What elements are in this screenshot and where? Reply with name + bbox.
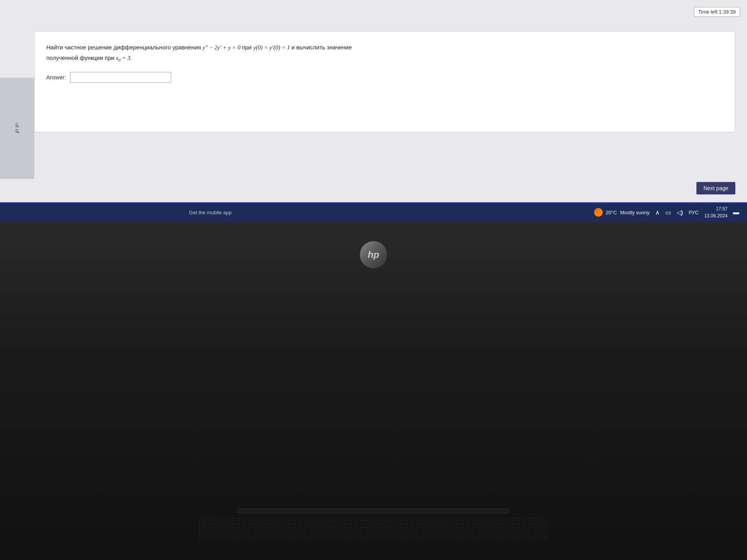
hp-logo-text: hp <box>368 249 379 260</box>
weather-icon <box>594 208 603 217</box>
answer-row: Answer: <box>46 72 723 83</box>
show-desktop-icon[interactable]: ▬ <box>733 209 739 216</box>
weather-temp: 20°C <box>606 210 617 215</box>
tray-screen-icon[interactable]: ▭ <box>665 209 671 216</box>
question-text: Найти частное решение дифференциального … <box>46 42 723 63</box>
taskbar: Get the mobile app 20°C Mostly sunny ∧ ▭… <box>0 202 747 222</box>
text-and: и вычислить значение <box>291 44 352 51</box>
weather-desc: Mostly sunny <box>620 210 650 215</box>
speaker-dots <box>198 517 549 541</box>
timer-display: Time left 1:39:39 <box>694 7 740 17</box>
out-of-text: ut of <box>14 123 20 133</box>
question-text-before: Найти частное решение дифференциального … <box>46 44 201 51</box>
question-container: Найти частное решение дифференциального … <box>34 31 735 132</box>
formula-initial: y(0) = y′(0) = 1 <box>253 44 291 51</box>
get-app-text: Get the mobile app <box>189 210 232 215</box>
hp-logo: hp <box>360 241 387 268</box>
tray-volume-icon[interactable]: ◁) <box>677 209 683 216</box>
answer-input[interactable] <box>70 72 171 83</box>
timer-text: Time left 1:39:39 <box>698 9 736 15</box>
laptop-bezel: hp <box>0 222 747 560</box>
speaker-bar <box>237 509 510 513</box>
weather-info: 20°C Mostly sunny <box>594 208 650 217</box>
answer-label: Answer: <box>46 74 66 80</box>
tray-caret-icon[interactable]: ∧ <box>655 209 660 216</box>
taskbar-right: 20°C Mostly sunny ∧ ▭ ◁) РУС 17:57 13.06… <box>594 205 739 219</box>
screen-area: Time left 1:39:39 ut of Найти частное ре… <box>0 0 747 218</box>
out-of-label: ut of <box>0 78 34 179</box>
clock-time: 17:57 <box>704 205 728 212</box>
text-pri: при <box>242 44 252 51</box>
next-page-label: Next page <box>703 185 728 191</box>
formula-main: y″ − 2y′ + y = 0 <box>203 44 242 51</box>
text-second-line: полученной функции при <box>46 54 114 61</box>
clock-date: 13.06.2024 <box>704 212 728 219</box>
language-label[interactable]: РУС <box>689 210 699 215</box>
next-page-button[interactable]: Next page <box>696 182 735 194</box>
clock-area: 17:57 13.06.2024 <box>704 205 728 219</box>
formula-x0: x0 = 3. <box>116 55 132 61</box>
